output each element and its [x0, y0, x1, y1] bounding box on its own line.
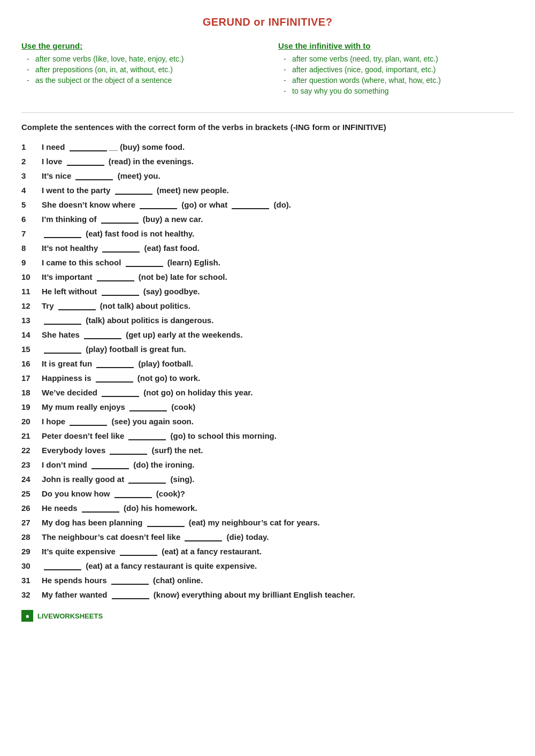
answer-blank[interactable]: [75, 172, 113, 180]
answer-blank[interactable]: [96, 374, 133, 383]
exercise-text: John is really good at (sing).: [42, 475, 195, 484]
answer-blank[interactable]: [102, 287, 139, 296]
exercise-item: 15 (play) football is great fun.: [21, 345, 514, 354]
infinitive-item-2: after adjectives (nice, good, important,…: [284, 65, 514, 74]
exercise-item: 10It’s important (not be) late for schoo…: [21, 272, 514, 281]
exercise-text: I don’t mind (do) the ironing.: [42, 460, 194, 469]
answer-blank[interactable]: [128, 475, 166, 484]
answer-blank[interactable]: [91, 461, 129, 469]
exercise-number: 14: [21, 330, 42, 339]
exercise-item: 1I need __ (buy) some food.: [21, 142, 514, 151]
exercise-text: She doesn’t know where (go) or what (do)…: [42, 200, 291, 209]
exercise-number: 1: [21, 142, 42, 151]
answer-blank[interactable]: [128, 432, 166, 440]
exercise-item: 13 (talk) about politics is dangerous.: [21, 316, 514, 325]
answer-blank[interactable]: [70, 417, 107, 426]
exercise-item: 12Try (not talk) about politics.: [21, 301, 514, 310]
exercise-number: 13: [21, 316, 42, 325]
answer-blank[interactable]: [44, 562, 81, 570]
instructions: Complete the sentences with the correct …: [21, 112, 514, 132]
footer: ■ LIVEWORKSHEETS: [21, 610, 514, 622]
exercise-text: He needs (do) his homework.: [42, 503, 197, 513]
answer-blank[interactable]: [44, 230, 81, 238]
answer-blank[interactable]: [44, 345, 81, 354]
exercise-text: It’s quite expensive (eat) at a fancy re…: [42, 547, 262, 556]
exercise-item: 21Peter doesn’t feel like (go) to school…: [21, 431, 514, 440]
gerund-item-2: after prepositions (on, in, at, without,…: [27, 65, 257, 74]
exercise-number: 5: [21, 200, 42, 209]
exercise-number: 8: [21, 243, 42, 253]
exercise-item: 25Do you know how (cook)?: [21, 489, 514, 498]
answer-blank[interactable]: [140, 201, 177, 209]
answer-blank[interactable]: [102, 244, 140, 253]
exercise-list: 1I need __ (buy) some food.2I love (read…: [21, 142, 514, 599]
exercise-item: 32My father wanted (know) everything abo…: [21, 590, 514, 599]
exercise-text: Peter doesn’t feel like (go) to school t…: [42, 431, 277, 440]
answer-blank[interactable]: [110, 446, 147, 455]
exercise-number: 24: [21, 475, 42, 484]
exercise-item: 16It is great fun (play) football.: [21, 359, 514, 368]
exercise-number: 3: [21, 171, 42, 180]
exercise-text: I hope (see) you again soon.: [42, 417, 194, 426]
gerund-column: Use the gerund: after some verbs (like, …: [21, 41, 257, 97]
exercise-text: Do you know how (cook)?: [42, 489, 185, 498]
answer-blank[interactable]: [97, 273, 134, 281]
exercise-item: 27My dog has been planning (eat) my neig…: [21, 518, 514, 527]
answer-blank[interactable]: [96, 360, 134, 368]
footer-logo: LIVEWORKSHEETS: [37, 612, 103, 620]
answer-blank[interactable]: [232, 201, 269, 209]
answer-blank[interactable]: [185, 533, 222, 541]
exercise-text: I love (read) in the evenings.: [42, 157, 194, 166]
infinitive-heading: Use the infinitive with to: [278, 41, 514, 50]
answer-blank[interactable]: [58, 302, 96, 310]
exercise-item: 30 (eat) at a fancy restaurant is quite …: [21, 561, 514, 570]
gerund-item-1: after some verbs (like, love, hate, enjo…: [27, 55, 257, 63]
exercise-number: 6: [21, 215, 42, 224]
exercise-number: 19: [21, 402, 42, 411]
exercise-number: 2: [21, 157, 42, 166]
answer-blank[interactable]: [102, 388, 139, 397]
answer-blank[interactable]: [129, 403, 167, 411]
answer-blank[interactable]: [147, 518, 185, 527]
exercise-number: 26: [21, 503, 42, 513]
answer-blank[interactable]: [120, 547, 157, 556]
exercise-number: 4: [21, 186, 42, 195]
answer-blank[interactable]: [67, 157, 104, 166]
infinitive-column: Use the infinitive with to after some ve…: [278, 41, 514, 97]
exercise-item: 5She doesn’t know where (go) or what (do…: [21, 200, 514, 209]
exercise-item: 14She hates (get up) early at the weeken…: [21, 330, 514, 339]
infinitive-item-1: after some verbs (need, try, plan, want,…: [284, 55, 514, 63]
infinitive-item-4: to say why you do something: [284, 87, 514, 95]
exercise-text: (talk) about politics is dangerous.: [42, 316, 213, 325]
exercise-number: 15: [21, 345, 42, 354]
exercise-item: 4I went to the party (meet) new people.: [21, 186, 514, 195]
exercise-text: I need __ (buy) some food.: [42, 142, 185, 151]
exercise-text: The neighbour’s cat doesn’t feel like (d…: [42, 532, 269, 541]
exercise-number: 23: [21, 460, 42, 469]
exercise-item: 8It’s not healthy (eat) fast food.: [21, 243, 514, 253]
exercise-item: 18We’ve decided (not go) on holiday this…: [21, 388, 514, 397]
exercise-text: I’m thinking of (buy) a new car.: [42, 215, 203, 224]
exercise-text: It’s important (not be) late for school.: [42, 272, 227, 281]
answer-blank[interactable]: [112, 591, 149, 599]
answer-blank[interactable]: [115, 186, 152, 195]
answer-blank[interactable]: [84, 331, 121, 339]
answer-blank[interactable]: [101, 215, 139, 224]
gerund-heading: Use the gerund:: [21, 41, 257, 50]
exercise-number: 30: [21, 561, 42, 570]
answer-blank[interactable]: [111, 576, 149, 585]
exercise-text: It is great fun (play) football.: [42, 359, 193, 368]
answer-blank[interactable]: [114, 490, 152, 498]
exercise-text: My dog has been planning (eat) my neighb…: [42, 518, 320, 527]
exercise-text: It’s nice (meet) you.: [42, 171, 160, 180]
answer-blank[interactable]: [70, 143, 107, 151]
answer-blank[interactable]: [82, 504, 119, 513]
infinitive-list: after some verbs (need, try, plan, want,…: [278, 55, 514, 95]
exercise-number: 21: [21, 431, 42, 440]
answer-blank[interactable]: [44, 316, 81, 325]
exercise-item: 24John is really good at (sing).: [21, 475, 514, 484]
exercise-text: (eat) fast food is not healthy.: [42, 229, 194, 238]
exercise-text: It’s not healthy (eat) fast food.: [42, 243, 200, 253]
exercise-number: 28: [21, 532, 42, 541]
answer-blank[interactable]: [126, 258, 163, 267]
